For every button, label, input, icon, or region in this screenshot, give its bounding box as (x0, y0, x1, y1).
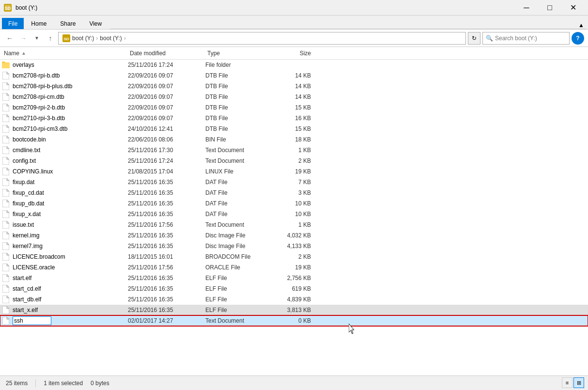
file-date: 25/11/2016 17:24 (128, 62, 205, 68)
table-row[interactable]: bootcode.bin22/06/2016 08:06BIN File18 K… (0, 134, 588, 145)
file-name: issue.txt (13, 221, 128, 228)
file-name: kernel7.img (13, 243, 128, 250)
table-row[interactable]: fixup.dat25/11/2016 16:35DAT File7 KB (0, 177, 588, 187)
file-size: 14 KB (273, 72, 317, 79)
tab-view[interactable]: View (83, 18, 108, 29)
file-size: 2,756 KB (273, 275, 317, 281)
file-list[interactable]: overlays25/11/2016 17:24File folder bcm2… (0, 60, 588, 376)
file-icon (2, 125, 10, 133)
col-header-date[interactable]: Date modified (128, 50, 205, 57)
file-icon (2, 200, 10, 207)
table-row[interactable]: kernel7.img25/11/2016 16:35Disc Image Fi… (0, 241, 588, 251)
file-name: fixup_cd.dat (13, 189, 128, 196)
file-name: fixup.dat (13, 179, 128, 186)
file-name: bcm2708-rpi-b-plus.dtb (13, 83, 128, 90)
file-size: 10 KB (273, 200, 317, 207)
file-rename-input[interactable] (13, 316, 51, 325)
file-icon (2, 274, 10, 282)
maximize-button[interactable]: □ (539, 0, 561, 16)
file-icon (2, 157, 10, 165)
search-input[interactable] (495, 35, 568, 42)
file-type: Disc Image File (205, 243, 273, 250)
file-name: kernel.img (13, 232, 128, 239)
table-row[interactable]: COPYING.linux21/08/2015 17:04LINUX File1… (0, 166, 588, 177)
table-row[interactable]: bcm2708-rpi-b.dtb22/09/2016 09:07DTB Fil… (0, 70, 588, 81)
file-date: 25/11/2016 16:35 (128, 211, 205, 218)
table-row[interactable]: fixup_x.dat25/11/2016 16:35DAT File10 KB (0, 209, 588, 219)
dropdown-button[interactable]: ▼ (31, 32, 43, 44)
table-row[interactable]: bcm2709-rpi-2-b.dtb22/09/2016 09:07DTB F… (0, 102, 588, 113)
title-bar: SD boot (Y:) ─ □ ✕ (0, 0, 588, 16)
file-size: 4,839 KB (273, 296, 317, 303)
file-date: 22/09/2016 09:07 (128, 94, 205, 100)
file-name: start.elf (13, 275, 128, 281)
table-row[interactable]: config.txt25/11/2016 17:24Text Document2… (0, 156, 588, 166)
address-box[interactable]: SD boot (Y:) › boot (Y:) › (58, 32, 466, 45)
file-date: 21/08/2015 17:04 (128, 168, 205, 175)
table-row[interactable]: bcm2710-rpi-3-b.dtb22/09/2016 09:07DTB F… (0, 113, 588, 124)
table-row[interactable]: fixup_db.dat25/11/2016 16:35DAT File10 K… (0, 198, 588, 209)
table-row[interactable]: kernel.img25/11/2016 16:35Disc Image Fil… (0, 230, 588, 241)
details-view-button[interactable]: ≡ (562, 377, 573, 388)
file-date: 25/11/2016 16:35 (128, 189, 205, 196)
table-row[interactable]: cmdline.txt25/11/2016 17:30Text Document… (0, 145, 588, 156)
table-row[interactable]: start.elf25/11/2016 16:35ELF File2,756 K… (0, 273, 588, 283)
table-row[interactable]: 02/01/2017 14:27Text Document0 KB (0, 315, 588, 326)
table-row[interactable]: start_db.elf25/11/2016 16:35ELF File4,83… (0, 294, 588, 305)
help-button[interactable]: ? (572, 32, 584, 45)
file-type: DTB File (205, 125, 273, 132)
file-date: 02/01/2017 14:27 (128, 317, 205, 324)
list-view-button[interactable]: ⊞ (573, 377, 584, 388)
sort-arrow-icon: ▲ (21, 50, 26, 56)
close-button[interactable]: ✕ (562, 0, 584, 16)
file-date: 25/11/2016 16:35 (128, 296, 205, 303)
tab-home[interactable]: Home (25, 18, 53, 29)
file-name[interactable] (13, 316, 128, 325)
table-row[interactable]: overlays25/11/2016 17:24File folder (0, 60, 588, 70)
minimize-button[interactable]: ─ (515, 0, 538, 16)
ribbon-collapse[interactable]: ▲ (576, 22, 586, 29)
file-date: 25/11/2016 17:56 (128, 221, 205, 228)
file-type: DAT File (205, 200, 273, 207)
tab-file[interactable]: File (2, 18, 24, 29)
up-button[interactable]: ↑ (45, 32, 56, 44)
file-icon (2, 136, 10, 143)
table-row[interactable]: bcm2708-rpi-cm.dtb22/09/2016 09:07DTB Fi… (0, 92, 588, 102)
col-header-size[interactable]: Size (273, 50, 317, 57)
refresh-button[interactable]: ↻ (468, 32, 480, 45)
file-size: 3,813 KB (273, 307, 317, 313)
file-icon (2, 82, 10, 90)
file-name: bootcode.bin (13, 136, 128, 143)
file-date: 25/11/2016 17:24 (128, 157, 205, 164)
file-icon (2, 146, 10, 154)
file-type: ELF File (205, 275, 273, 281)
tab-share[interactable]: Share (54, 18, 82, 29)
file-icon (2, 306, 10, 314)
table-row[interactable]: LICENSE.oracle25/11/2016 17:56ORACLE Fil… (0, 262, 588, 273)
table-row[interactable]: LICENCE.broadcom18/11/2015 16:01BROADCOM… (0, 251, 588, 262)
table-row[interactable]: bcm2708-rpi-b-plus.dtb22/09/2016 09:07DT… (0, 81, 588, 92)
file-date: 22/09/2016 09:07 (128, 104, 205, 111)
file-name: COPYING.linux (13, 168, 128, 175)
window-title: boot (Y:) (15, 4, 37, 11)
table-row[interactable]: bcm2710-rpi-cm3.dtb24/10/2016 12:41DTB F… (0, 124, 588, 134)
file-type: DAT File (205, 189, 273, 196)
forward-button[interactable]: → (17, 32, 29, 44)
search-box[interactable]: 🔍 (482, 32, 570, 45)
table-row[interactable]: issue.txt25/11/2016 17:56Text Document1 … (0, 219, 588, 230)
table-row[interactable]: start_x.elf25/11/2016 16:35ELF File3,813… (0, 305, 588, 315)
file-type: DTB File (205, 72, 273, 79)
file-size: 18 KB (273, 136, 317, 143)
file-icon (2, 114, 10, 122)
table-row[interactable]: fixup_cd.dat25/11/2016 16:35DAT File3 KB (0, 187, 588, 198)
file-date: 22/09/2016 09:07 (128, 83, 205, 90)
col-header-type[interactable]: Type (205, 50, 273, 57)
file-date: 18/11/2015 16:01 (128, 253, 205, 260)
col-header-name[interactable]: Name ▲ (2, 50, 128, 57)
file-icon (2, 264, 10, 271)
table-row[interactable]: start_cd.elf25/11/2016 16:35ELF File619 … (0, 283, 588, 294)
file-name: start_db.elf (13, 296, 128, 303)
file-date: 25/11/2016 16:35 (128, 179, 205, 186)
back-button[interactable]: ← (4, 32, 15, 44)
file-type: BROADCOM File (205, 253, 273, 260)
